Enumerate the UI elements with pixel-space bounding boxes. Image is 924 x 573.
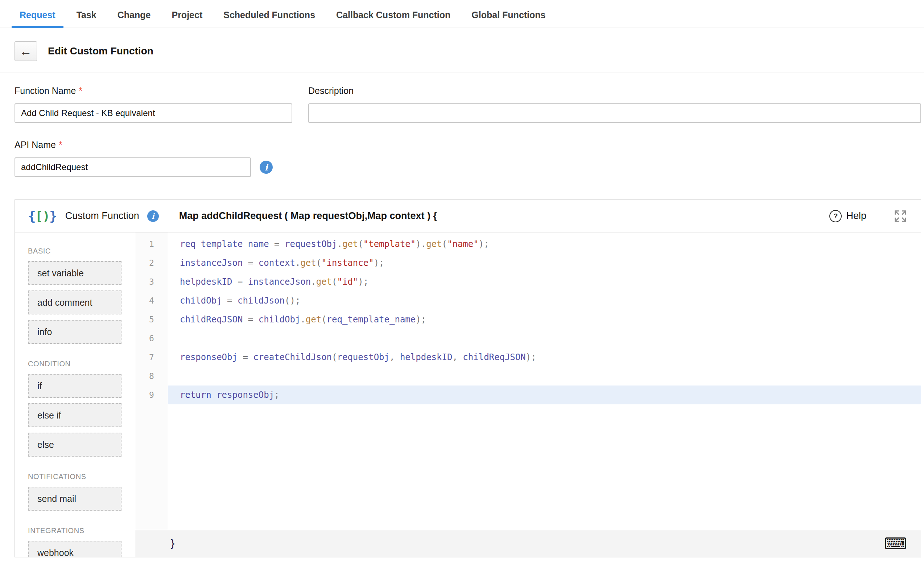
snippet-info[interactable]: info (28, 320, 122, 344)
help-icon: ? (829, 210, 842, 222)
edit-function-form: Function Name* Description API Name* i (0, 73, 924, 177)
editor-footer: } ⌨ (135, 530, 921, 557)
code-token: "instance" (321, 258, 374, 268)
tab-scheduled-functions[interactable]: Scheduled Functions (216, 10, 323, 28)
code-token: childReqJSON (463, 352, 525, 362)
editor-info-icon[interactable]: i (147, 210, 159, 222)
snippet-else[interactable]: else (28, 433, 122, 457)
code-token: ( (332, 352, 337, 362)
code-token: instanceJson (180, 258, 242, 268)
snippet-set-variable[interactable]: set variable (28, 261, 122, 285)
code-column: 123456789 req_template_name = requestObj… (135, 232, 921, 557)
api-name-input[interactable] (14, 157, 251, 177)
line-number: 7 (135, 348, 168, 366)
function-name-input[interactable] (14, 103, 292, 123)
code-token: ( (316, 258, 321, 268)
description-input[interactable] (308, 103, 921, 123)
back-button[interactable]: ← (14, 41, 37, 61)
line-number: 9 (135, 385, 168, 404)
code-token: get (426, 239, 442, 249)
code-token: . (295, 258, 300, 268)
code-token: "name" (447, 239, 479, 249)
code-line[interactable]: req_template_name = requestObj.get("temp… (168, 235, 921, 254)
code-token: ); (416, 315, 426, 324)
snippet-add-comment[interactable]: add comment (28, 291, 122, 315)
code-token: get (316, 277, 332, 287)
code-token: ); (526, 352, 536, 362)
code-token: get (342, 239, 358, 249)
editor-title: Custom Function (65, 210, 139, 222)
section-heading-integrations: INTEGRATIONS (28, 527, 135, 535)
tab-callback-custom-function[interactable]: Callback Custom Function (328, 10, 458, 28)
custom-function-icon: {[)} (28, 208, 56, 223)
line-number: 8 (135, 366, 168, 385)
tab-project[interactable]: Project (164, 10, 210, 28)
code-token (211, 390, 216, 400)
line-number: 3 (135, 272, 168, 291)
function-signature: Map addChildRequest ( Map requestObj,Map… (179, 210, 437, 222)
code-token: responseObj (180, 352, 238, 362)
fullscreen-expand-icon[interactable] (893, 209, 908, 223)
code-line[interactable]: helpdeskID = instanceJson.get("id"); (168, 272, 921, 291)
code-token: ); (374, 258, 385, 268)
line-number: 5 (135, 310, 168, 329)
code-line[interactable]: childReqJSON = childObj.get(req_template… (168, 310, 921, 329)
code-token: context (258, 258, 295, 268)
code-line[interactable]: responseObj = createChildJson(requestObj… (168, 348, 921, 366)
code-token: . (300, 315, 305, 324)
code-editor[interactable]: 123456789 req_template_name = requestObj… (135, 232, 921, 530)
tab-global-functions[interactable]: Global Functions (463, 10, 553, 28)
closing-brace: } (170, 538, 176, 550)
code-token: createChildJson (253, 352, 332, 362)
code-token: ( (332, 277, 337, 287)
code-token: return (180, 390, 211, 400)
code-token: "template" (363, 239, 416, 249)
code-token: helpdeskID (400, 352, 453, 362)
code-token: = (269, 239, 285, 249)
code-token: requestObj (285, 239, 337, 249)
code-line[interactable] (168, 329, 921, 348)
code-line[interactable] (168, 366, 921, 385)
code-lines[interactable]: req_template_name = requestObj.get("temp… (168, 232, 921, 530)
code-token: req_template_name (327, 315, 416, 324)
code-token: , (452, 352, 463, 362)
snippet-else-if[interactable]: else if (28, 403, 122, 427)
code-token: ). (416, 239, 426, 249)
code-token: . (337, 239, 342, 249)
tab-task[interactable]: Task (69, 10, 105, 28)
section-heading-basic: BASIC (28, 247, 135, 255)
code-line[interactable]: instanceJson = context.get("instance"); (168, 254, 921, 272)
editor-header: {[)} Custom Function i Map addChildReque… (15, 200, 921, 232)
tab-bar: Request Task Change Project Scheduled Fu… (0, 0, 924, 28)
code-token: = (238, 352, 253, 362)
code-line[interactable]: childObj = childJson(); (168, 291, 921, 310)
snippet-webhook[interactable]: webhook (28, 541, 122, 557)
code-token: . (311, 277, 316, 287)
keyboard-shortcuts-icon[interactable]: ⌨ (884, 535, 907, 552)
code-token: = (242, 258, 258, 268)
line-number: 1 (135, 235, 168, 254)
api-name-info-icon[interactable]: i (260, 161, 273, 174)
required-asterisk: * (59, 139, 63, 150)
snippet-if[interactable]: if (28, 374, 122, 398)
tab-change[interactable]: Change (109, 10, 159, 28)
section-heading-condition: CONDITION (28, 360, 135, 368)
section-heading-notifications: NOTIFICATIONS (28, 473, 135, 481)
code-token: childJson (238, 296, 285, 306)
page-title: Edit Custom Function (48, 45, 153, 57)
code-token: "id" (337, 277, 358, 287)
code-token: , (389, 352, 400, 362)
tab-request[interactable]: Request (12, 10, 64, 28)
line-number: 6 (135, 329, 168, 348)
code-token: = (222, 296, 238, 306)
snippet-send-mail[interactable]: send mail (28, 487, 122, 510)
code-token: childObj (180, 296, 222, 306)
snippet-sidebar: BASIC set variable add comment info COND… (15, 232, 135, 557)
code-token: = (242, 315, 258, 324)
code-token: helpdeskID (180, 277, 233, 287)
code-token: ( (358, 239, 363, 249)
code-line[interactable]: return responseObj; (168, 385, 921, 404)
help-button[interactable]: ? Help (829, 210, 866, 222)
code-token: ); (358, 277, 369, 287)
code-token: instanceJson (248, 277, 311, 287)
